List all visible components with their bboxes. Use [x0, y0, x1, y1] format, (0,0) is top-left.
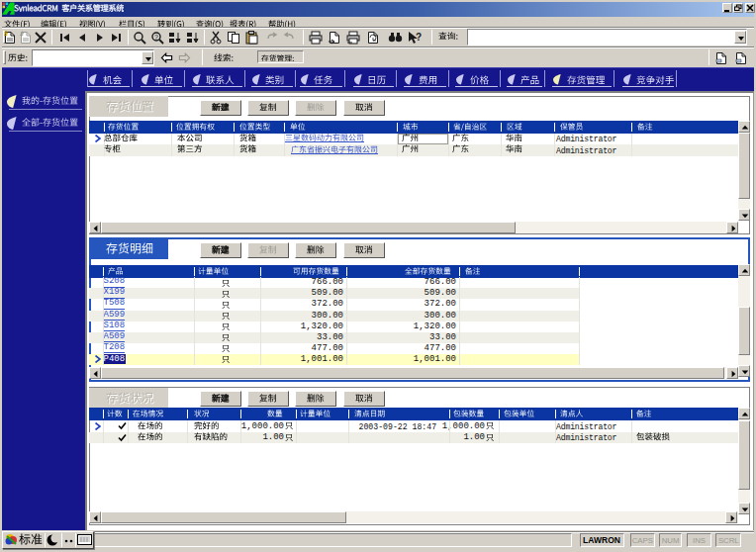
- svg-text:?: ?: [416, 32, 422, 43]
- svg-text:?: ?: [154, 34, 158, 41]
